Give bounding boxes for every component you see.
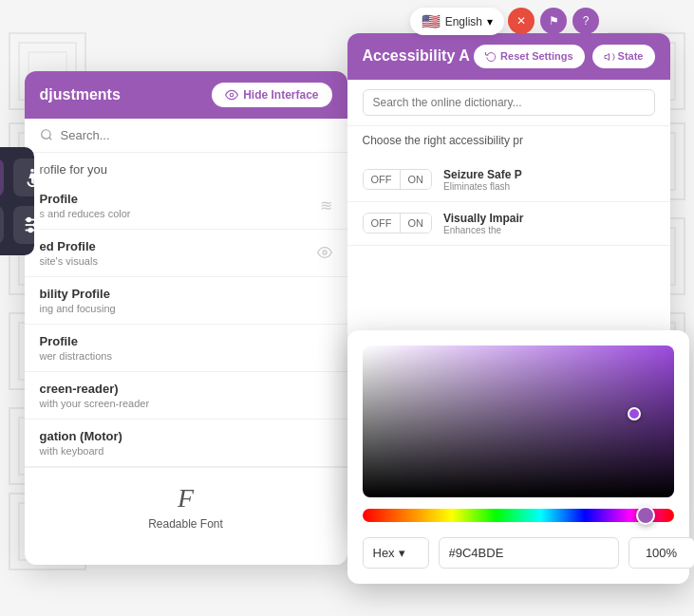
visually-impaired-toggle[interactable]: OFF ON bbox=[363, 213, 433, 233]
seizure-safe-desc: Eliminates flash bbox=[443, 181, 522, 192]
profile-item-name-3: Profile bbox=[40, 334, 112, 348]
format-chevron-icon: ▾ bbox=[399, 546, 405, 560]
svg-point-45 bbox=[41, 130, 49, 139]
profile-item-desc-1: site's visuals bbox=[40, 255, 98, 267]
lang-chevron-icon: ▾ bbox=[487, 15, 493, 28]
left-search-input[interactable] bbox=[61, 128, 332, 142]
profile-section-title: rofile for you bbox=[25, 153, 347, 182]
help-circle-button[interactable] bbox=[0, 206, 4, 244]
wheelchair-button[interactable] bbox=[13, 159, 51, 196]
right-search-input[interactable] bbox=[363, 89, 655, 116]
seizure-safe-name: Seizure Safe P bbox=[443, 168, 522, 181]
visually-impaired-toggle-row: OFF ON Visually Impair Enhances the bbox=[347, 202, 670, 246]
statement-button[interactable]: State bbox=[592, 45, 655, 68]
profile-item-name-4: creen-reader) bbox=[40, 382, 150, 396]
accessibility-person-button[interactable] bbox=[0, 159, 4, 196]
profile-item-2[interactable]: bility Profile ing and focusing bbox=[25, 277, 347, 325]
visually-impaired-name: Visually Impair bbox=[443, 212, 524, 225]
eye-icon bbox=[225, 88, 238, 102]
profile-item-desc-3: wer distractions bbox=[40, 350, 112, 362]
seizure-safe-on[interactable]: ON bbox=[401, 170, 432, 189]
visually-impaired-desc: Enhances the bbox=[443, 225, 524, 235]
bookmark-button[interactable]: ⚑ bbox=[540, 8, 567, 34]
right-panel-title: Accessibility A bbox=[363, 47, 470, 65]
color-hex-input[interactable] bbox=[439, 537, 619, 569]
profile-item-name-0: Profile bbox=[40, 192, 131, 206]
profile-item-left-0: Profile s and reduces color bbox=[40, 192, 131, 219]
svg-point-41 bbox=[27, 217, 30, 221]
profile-item-5[interactable]: gation (Motor) with keyboard bbox=[25, 420, 347, 467]
color-format-select[interactable]: Hex ▾ bbox=[363, 537, 429, 569]
hide-interface-button[interactable]: Hide Interface bbox=[212, 83, 331, 107]
reset-settings-button[interactable]: Reset Settings bbox=[474, 45, 584, 68]
spectrum-cursor bbox=[636, 506, 655, 525]
svg-line-46 bbox=[48, 138, 51, 140]
megaphone-icon bbox=[604, 51, 615, 63]
color-opacity-input[interactable] bbox=[628, 537, 695, 569]
reset-btn-label: Reset Settings bbox=[500, 50, 572, 62]
svg-point-43 bbox=[28, 228, 32, 232]
profile-item-0[interactable]: Profile s and reduces color ≋ bbox=[25, 182, 347, 230]
sliders-icon bbox=[22, 215, 43, 235]
gradient-cursor bbox=[628, 407, 641, 420]
profile-item-desc-4: with your screen-reader bbox=[40, 398, 150, 409]
profile-item-name-5: gation (Motor) bbox=[40, 429, 122, 443]
profile-item-1[interactable]: ed Profile site's visuals bbox=[25, 230, 347, 277]
main-container: 🇺🇸 English ▾ ✕ ⚑ ? bbox=[0, 0, 694, 616]
profile-item-desc-0: s and reduces color bbox=[40, 208, 131, 219]
eye-profile-icon bbox=[317, 245, 332, 260]
color-gradient-area[interactable] bbox=[363, 345, 674, 497]
flag-icon: 🇺🇸 bbox=[422, 12, 441, 30]
right-panel-buttons: Reset Settings State bbox=[474, 45, 654, 68]
wheelchair-icon bbox=[22, 167, 43, 188]
profile-item-desc-2: ing and focusing bbox=[40, 303, 116, 314]
left-panel-header: djustments Hide Interface bbox=[25, 71, 347, 119]
right-panel-description: Choose the right accessibility pr bbox=[347, 126, 670, 159]
left-panel-search bbox=[25, 119, 347, 153]
seizure-safe-toggle[interactable]: OFF ON bbox=[363, 169, 433, 190]
help-button[interactable]: ? bbox=[572, 8, 599, 34]
profile-item-left-1: ed Profile site's visuals bbox=[40, 239, 98, 267]
color-picker-panel: Hex ▾ bbox=[347, 330, 689, 584]
right-panel-header: Accessibility A Reset Settings State bbox=[347, 33, 670, 80]
svg-marker-48 bbox=[605, 53, 610, 60]
svg-point-44 bbox=[230, 93, 234, 97]
hide-interface-label: Hide Interface bbox=[243, 88, 318, 102]
profile-item-left-4: creen-reader) with your screen-reader bbox=[40, 382, 150, 409]
readable-font-icon: F bbox=[40, 483, 332, 513]
sidebar-icons-panel bbox=[0, 147, 34, 255]
ui-stack: djustments Hide Interface rofile for you bbox=[25, 33, 670, 584]
profile-item-left-5: gation (Motor) with keyboard bbox=[40, 429, 122, 457]
profile-item-3[interactable]: Profile wer distractions bbox=[25, 325, 347, 372]
language-selector[interactable]: 🇺🇸 English ▾ bbox=[410, 8, 504, 35]
profile-item-name-2: bility Profile bbox=[40, 287, 116, 301]
svg-point-47 bbox=[323, 251, 327, 254]
color-spectrum-bar bbox=[363, 509, 674, 522]
gradient-transparent-to-black bbox=[363, 345, 674, 497]
svg-point-42 bbox=[33, 223, 37, 227]
seizure-safe-toggle-row: OFF ON Seizure Safe P Eliminates flash bbox=[347, 159, 670, 202]
readable-font-section: F Readable Font bbox=[25, 467, 347, 546]
color-format-label: Hex bbox=[373, 546, 395, 560]
left-panel-title: djustments bbox=[40, 86, 121, 103]
seizure-safe-off[interactable]: OFF bbox=[364, 170, 401, 189]
visually-impaired-on[interactable]: ON bbox=[401, 214, 432, 233]
profile-item-icon-0: ≋ bbox=[320, 196, 332, 215]
spectrum-slider-container[interactable] bbox=[363, 509, 674, 522]
left-accessibility-panel: djustments Hide Interface rofile for you bbox=[25, 71, 347, 565]
right-panel-search bbox=[347, 80, 670, 126]
top-action-icons: ✕ ⚑ ? bbox=[508, 8, 599, 34]
close-button[interactable]: ✕ bbox=[508, 8, 535, 34]
visually-impaired-info: Visually Impair Enhances the bbox=[443, 212, 524, 235]
profile-item-left-2: bility Profile ing and focusing bbox=[40, 287, 116, 314]
seizure-safe-info: Seizure Safe P Eliminates flash bbox=[443, 168, 522, 192]
reset-icon bbox=[485, 50, 497, 62]
readable-font-label: Readable Font bbox=[40, 517, 332, 531]
svg-point-31 bbox=[30, 168, 34, 172]
language-label: English bbox=[445, 15, 482, 28]
profile-item-4[interactable]: creen-reader) with your screen-reader bbox=[25, 372, 347, 420]
search-icon bbox=[40, 128, 53, 141]
color-inputs-row: Hex ▾ bbox=[363, 537, 674, 569]
settings-sliders-button[interactable] bbox=[13, 206, 51, 244]
visually-impaired-off[interactable]: OFF bbox=[364, 214, 401, 233]
